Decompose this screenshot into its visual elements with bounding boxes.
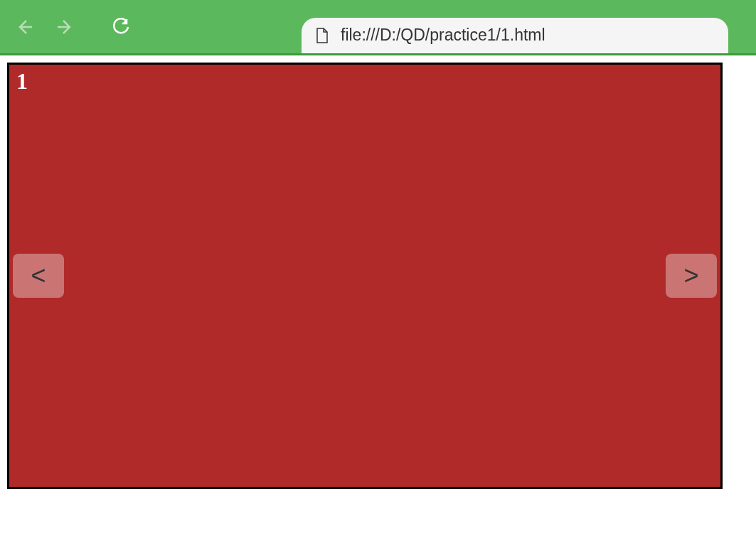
arrow-left-icon xyxy=(15,18,33,36)
back-button[interactable] xyxy=(14,17,34,37)
nav-buttons-group xyxy=(14,17,131,37)
reload-icon xyxy=(112,18,130,36)
carousel-prev-button[interactable]: < xyxy=(13,254,64,298)
url-text: file:///D:/QD/practice1/1.html xyxy=(341,26,545,45)
file-icon xyxy=(316,28,330,43)
forward-button[interactable] xyxy=(55,17,75,37)
address-bar[interactable]: file:///D:/QD/practice1/1.html xyxy=(302,18,728,53)
browser-toolbar: file:///D:/QD/practice1/1.html xyxy=(0,0,756,53)
carousel-container: 1 < > xyxy=(7,63,723,489)
arrow-right-icon xyxy=(56,18,75,36)
content-area: 1 < > xyxy=(0,55,756,496)
slide-number: 1 xyxy=(16,68,28,95)
carousel-next-button[interactable]: > xyxy=(666,254,717,298)
reload-button[interactable] xyxy=(111,17,131,37)
